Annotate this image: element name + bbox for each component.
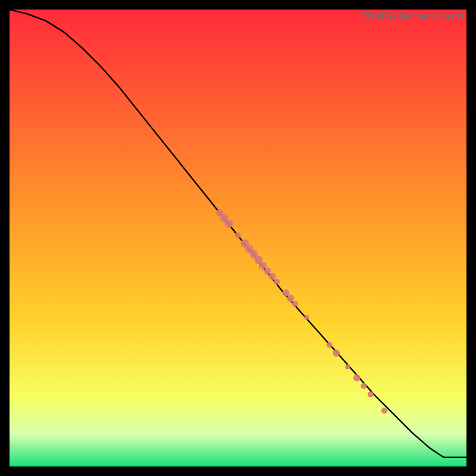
data-marker bbox=[353, 374, 361, 381]
data-marker bbox=[361, 383, 367, 389]
data-marker bbox=[327, 342, 333, 348]
data-marker bbox=[368, 392, 374, 397]
data-marker bbox=[283, 289, 290, 296]
watermark-text: TheBottleneck.com bbox=[360, 10, 464, 23]
data-marker bbox=[345, 365, 350, 369]
data-marker bbox=[287, 295, 294, 302]
chart-frame: TheBottleneck.com bbox=[10, 10, 466, 466]
data-marker bbox=[304, 315, 309, 320]
data-marker bbox=[225, 220, 233, 228]
data-marker bbox=[269, 273, 276, 280]
data-marker bbox=[274, 279, 280, 285]
data-marker bbox=[264, 267, 271, 274]
data-marker bbox=[333, 350, 340, 357]
data-marker bbox=[259, 262, 267, 269]
data-marker bbox=[235, 232, 241, 238]
data-marker bbox=[292, 301, 298, 307]
data-marker bbox=[381, 408, 387, 414]
chart-plot bbox=[10, 10, 466, 466]
